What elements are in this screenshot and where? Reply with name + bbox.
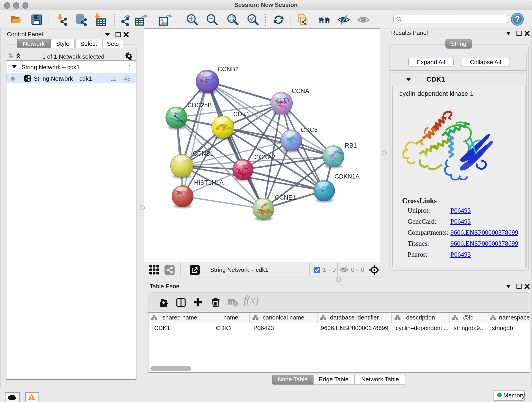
svg-text:CCNB2: CCNB2 <box>218 65 239 72</box>
svg-text:CDC25B: CDC25B <box>187 102 212 108</box>
svg-text:CCNE1: CCNE1 <box>275 194 296 201</box>
svg-text:HIST1H1A: HIST1H1A <box>194 179 224 186</box>
svg-text:RB1: RB1 <box>345 142 357 149</box>
svg-text:CCNB1: CCNB1 <box>193 150 214 157</box>
svg-text:CCNA2: CCNA2 <box>254 153 275 160</box>
svg-text:CDC6: CDC6 <box>301 126 318 133</box>
svg-text:?: ? <box>515 14 520 24</box>
svg-text:CCNA1: CCNA1 <box>292 87 313 94</box>
svg-text:CDK1: CDK1 <box>233 110 250 117</box>
svg-text:CDKN1A: CDKN1A <box>335 173 360 180</box>
